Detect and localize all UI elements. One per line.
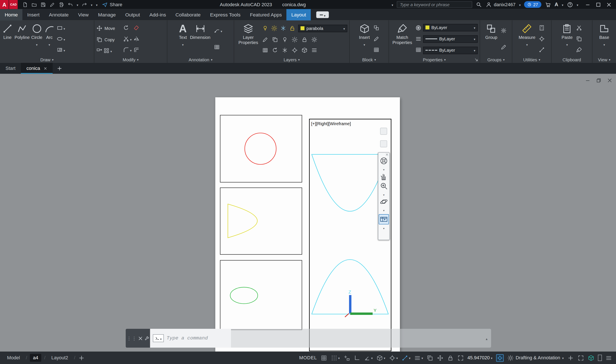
ribbon-display-toggle[interactable]: [316, 11, 329, 18]
redo-icon[interactable]: [82, 2, 87, 7]
hatch-tool[interactable]: [56, 47, 65, 53]
panel-groups-label[interactable]: Groups: [480, 56, 512, 63]
panel-clipboard-label[interactable]: Clipboard: [552, 56, 592, 63]
command-input[interactable]: [167, 335, 228, 341]
viewcube-control[interactable]: [380, 128, 387, 135]
tab-layout[interactable]: Layout: [287, 9, 311, 20]
trim-tool[interactable]: [123, 36, 132, 42]
app-menu-button[interactable]: A CAD: [0, 0, 18, 9]
layer-fade-icon[interactable]: [291, 47, 298, 53]
tab-output[interactable]: Output: [120, 9, 145, 20]
create-block-icon[interactable]: [373, 25, 379, 31]
copy-tool[interactable]: Copy: [96, 35, 122, 45]
lineweight-settings-icon[interactable]: [415, 36, 421, 42]
frame-middle[interactable]: [220, 188, 302, 254]
viewport-controls-label[interactable]: [+][Right][Wireframe]: [311, 121, 351, 126]
layout-tab-a4[interactable]: a4: [30, 354, 41, 362]
close-tab-icon[interactable]: [44, 66, 47, 70]
customization-menu-icon[interactable]: [605, 354, 612, 361]
tab-collaborate[interactable]: Collaborate: [171, 9, 205, 20]
layer-unisolate-icon[interactable]: [291, 36, 298, 42]
customization-plus-icon[interactable]: [567, 354, 574, 361]
layer-merge-icon[interactable]: [301, 47, 308, 53]
undo-icon[interactable]: [68, 2, 73, 7]
polar-tracking-toggle[interactable]: [364, 354, 373, 361]
tab-insert[interactable]: Insert: [22, 9, 44, 20]
layer-off-icon[interactable]: [262, 25, 268, 31]
palette-toggle-icon[interactable]: [598, 355, 602, 361]
green-ellipse-entity[interactable]: [230, 287, 258, 304]
command-close-icon[interactable]: [138, 336, 143, 341]
array-tool[interactable]: [103, 47, 112, 54]
osnap-tracking-toggle[interactable]: [389, 354, 398, 361]
layer-walk-icon[interactable]: [282, 47, 288, 53]
base-view-tool[interactable]: Base: [599, 22, 610, 56]
group-edit-icon[interactable]: [501, 44, 507, 50]
snap-mode-toggle[interactable]: [331, 354, 340, 361]
layer-thaw-icon[interactable]: [271, 25, 277, 31]
lineweight-dropdown[interactable]: ByLayer: [423, 35, 478, 42]
layer-states-icon[interactable]: [262, 47, 268, 53]
open-file-icon[interactable]: [31, 2, 37, 7]
quick-select-icon[interactable]: [539, 47, 545, 53]
layout-tab-2[interactable]: Layout2: [48, 354, 71, 362]
panel-layers-label[interactable]: Layers: [234, 56, 349, 63]
rectangle-tool[interactable]: [56, 25, 65, 31]
color-wheel-icon[interactable]: [415, 25, 421, 31]
search-input[interactable]: [397, 1, 472, 8]
panel-view-label[interactable]: View: [592, 56, 616, 63]
dimension-tool[interactable]: Dimension: [190, 22, 210, 56]
qat-customize-caret-icon[interactable]: [96, 2, 97, 7]
polyline-tool[interactable]: Polyline: [14, 22, 30, 56]
move-tool[interactable]: Move: [96, 23, 122, 33]
panel-draw-label[interactable]: Draw: [0, 56, 94, 63]
table-tool[interactable]: [213, 44, 222, 50]
paste-special-icon[interactable]: [576, 47, 582, 53]
offset-tool[interactable]: [133, 47, 139, 53]
ortho-mode-icon[interactable]: [354, 354, 360, 361]
angle-readout[interactable]: 45.947020: [467, 355, 492, 361]
orbit-caret-icon[interactable]: [383, 206, 384, 213]
cut-icon[interactable]: [576, 25, 582, 31]
block-editor-icon[interactable]: [373, 36, 379, 42]
grip-dots-icon[interactable]: [127, 335, 137, 341]
doc-minimize-button[interactable]: [585, 78, 590, 83]
command-history-strip[interactable]: [231, 329, 491, 348]
leader-tool[interactable]: [213, 27, 222, 34]
new-drawing-icon[interactable]: [57, 65, 63, 71]
insert-block-tool[interactable]: Insert: [359, 22, 370, 56]
layer-properties-tool[interactable]: Layer Properties: [236, 22, 260, 56]
paste-tool[interactable]: Paste: [561, 22, 573, 56]
layer-select-dropdown[interactable]: parabola: [298, 25, 347, 32]
search-icon[interactable]: [476, 1, 482, 7]
apps-caret-icon[interactable]: [562, 2, 563, 7]
workspace-switcher[interactable]: Drafting & Annotation: [507, 354, 564, 361]
annotation-monitor-button[interactable]: [496, 354, 504, 362]
showmotion-button[interactable]: [379, 214, 389, 224]
properties-launcher-icon[interactable]: [474, 58, 479, 62]
define-attributes-icon[interactable]: [373, 47, 379, 53]
text-tool[interactable]: A Text: [179, 22, 187, 56]
model-space-toggle[interactable]: MODEL: [299, 355, 317, 361]
zoom-icon[interactable]: [379, 182, 388, 190]
navbar-close-icon[interactable]: [385, 153, 389, 156]
quick-calculator-icon[interactable]: [539, 25, 545, 31]
help-caret-icon[interactable]: [577, 2, 578, 7]
object-snap-toggle[interactable]: [401, 354, 411, 361]
history-expand-icon[interactable]: [486, 336, 487, 341]
store-cart-icon[interactable]: [545, 1, 551, 7]
viewcube-home-control[interactable]: [380, 141, 387, 147]
tab-view[interactable]: View: [73, 9, 93, 20]
drawing-area[interactable]: Z Y [+][Right][Wireframe]: [0, 74, 616, 364]
layout-paper[interactable]: Z Y [+][Right][Wireframe]: [215, 97, 400, 351]
match-layer-icon[interactable]: [272, 36, 278, 42]
frame-top[interactable]: [220, 115, 302, 182]
redo-caret-icon[interactable]: [91, 2, 92, 7]
pan-icon[interactable]: [379, 172, 388, 181]
cyan-parabola-down-entity[interactable]: [312, 155, 388, 211]
panel-utilities-label[interactable]: Utilities: [512, 56, 551, 63]
layer-lock-icon[interactable]: [301, 36, 308, 42]
minimize-button[interactable]: [585, 2, 590, 7]
erase-tool[interactable]: [133, 25, 139, 31]
account-button[interactable]: danix2467: [486, 1, 516, 7]
